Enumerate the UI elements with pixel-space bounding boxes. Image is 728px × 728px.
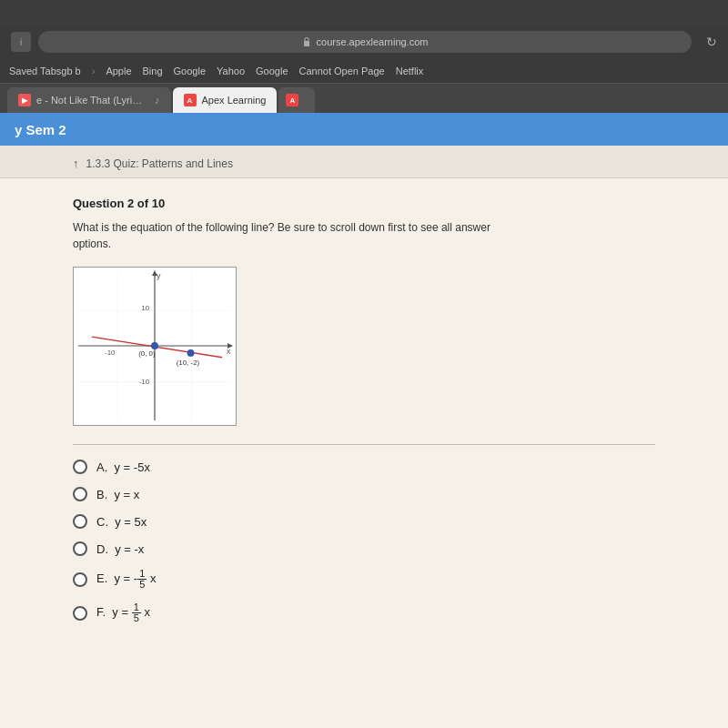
tab-inactive-label: e - Not Like That (Lyrics) – YouTube bbox=[36, 95, 146, 106]
bookmark-netflix[interactable]: Netflix bbox=[396, 66, 424, 76]
bookmark-google2[interactable]: Google bbox=[256, 66, 288, 76]
apex-favicon2: A bbox=[286, 94, 298, 106]
info-icon: i bbox=[20, 37, 22, 47]
refresh-button[interactable]: ↻ bbox=[706, 35, 717, 49]
answer-label-d: D. y = -x bbox=[96, 542, 144, 556]
svg-text:x: x bbox=[227, 347, 231, 356]
page-nav-bar: y Sem 2 bbox=[0, 113, 728, 146]
answer-option-f[interactable]: F. y = 15 x bbox=[73, 602, 655, 623]
apex-favicon: A bbox=[184, 94, 197, 106]
svg-text:y: y bbox=[157, 271, 161, 280]
tab-bar: ▶ e - Not Like That (Lyrics) – YouTube ♪… bbox=[0, 84, 728, 113]
answer-label-a: A. y = -5x bbox=[96, 460, 150, 474]
answer-label-c: C. y = 5x bbox=[96, 515, 147, 529]
answer-label-b: B. y = x bbox=[96, 488, 139, 501]
answer-label-f: F. y = 15 x bbox=[96, 602, 150, 623]
bookmark-cannot-open[interactable]: Cannot Open Page bbox=[299, 66, 385, 76]
url-text: course.apexlearning.com bbox=[317, 36, 429, 47]
tab-apex-learning[interactable]: A Apex Learning bbox=[173, 87, 278, 113]
address-bar-row: i course.apexlearning.com ↻ bbox=[0, 25, 728, 58]
answer-option-d[interactable]: D. y = -x bbox=[73, 541, 655, 556]
svg-text:(0, 0): (0, 0) bbox=[138, 349, 156, 358]
graph-svg: y x 10 -10 -10 (0, 0) (10, -2) bbox=[74, 268, 236, 425]
audio-icon: ♪ bbox=[155, 95, 160, 106]
address-bar[interactable]: course.apexlearning.com bbox=[38, 31, 692, 53]
browser-frame: i course.apexlearning.com ↻ Saved Tabsgb… bbox=[0, 0, 728, 728]
bookmark-google[interactable]: Google bbox=[174, 66, 206, 76]
svg-rect-0 bbox=[304, 41, 309, 46]
svg-text:-10: -10 bbox=[139, 379, 150, 387]
radio-b[interactable] bbox=[73, 487, 87, 501]
title-bar bbox=[0, 0, 728, 25]
bookmarks-bar: Saved Tabsgb b › Apple Bing Google Yahoo… bbox=[0, 58, 728, 84]
answer-option-b[interactable]: B. y = x bbox=[73, 487, 655, 501]
quiz-header: ↑ 1.3.3 Quiz: Patterns and Lines bbox=[0, 146, 728, 178]
bookmark-yahoo[interactable]: Yahoo bbox=[217, 66, 245, 76]
answer-options: A. y = -5x B. y = x C. y = 5x D. y = -x bbox=[73, 460, 655, 623]
page-nav-title: y Sem 2 bbox=[15, 122, 66, 137]
quiz-content-area: Question 2 of 10 What is the equation of… bbox=[0, 178, 728, 728]
svg-text:-10: -10 bbox=[105, 349, 116, 357]
svg-text:10: 10 bbox=[141, 304, 149, 312]
answer-label-e: E. y = -15 x bbox=[96, 569, 156, 590]
radio-d[interactable] bbox=[73, 541, 87, 556]
radio-e[interactable] bbox=[73, 572, 87, 587]
question-text: What is the equation of the following li… bbox=[73, 219, 510, 252]
tab-extra[interactable]: A bbox=[278, 87, 315, 113]
main-content: ↑ 1.3.3 Quiz: Patterns and Lines Questio… bbox=[0, 146, 728, 728]
question-number: Question 2 of 10 bbox=[73, 197, 655, 210]
bookmark-apple[interactable]: Apple bbox=[106, 66, 131, 76]
point-10-neg2 bbox=[187, 349, 195, 357]
divider bbox=[73, 444, 655, 445]
quiz-breadcrumb: 1.3.3 Quiz: Patterns and Lines bbox=[86, 157, 233, 170]
svg-text:(10, -2): (10, -2) bbox=[177, 359, 200, 367]
lock-icon bbox=[302, 36, 311, 47]
bookmark-bing[interactable]: Bing bbox=[143, 66, 163, 76]
answer-option-e[interactable]: E. y = -15 x bbox=[73, 569, 655, 590]
radio-c[interactable] bbox=[73, 514, 87, 529]
back-arrow-icon[interactable]: ↑ bbox=[73, 157, 79, 170]
bookmark-saved-tabsgb[interactable]: Saved Tabsgb b bbox=[9, 66, 81, 76]
radio-a[interactable] bbox=[73, 460, 87, 474]
graph-container: y x 10 -10 -10 (0, 0) (10, -2) bbox=[73, 267, 237, 426]
youtube-favicon: ▶ bbox=[18, 94, 31, 106]
answer-option-a[interactable]: A. y = -5x bbox=[73, 460, 655, 474]
point-origin bbox=[151, 342, 158, 349]
tab-active-label: Apex Learning bbox=[202, 95, 267, 106]
answer-option-c[interactable]: C. y = 5x bbox=[73, 514, 655, 529]
radio-f[interactable] bbox=[73, 606, 87, 621]
tab-youtube[interactable]: ▶ e - Not Like That (Lyrics) – YouTube ♪ bbox=[7, 87, 171, 113]
